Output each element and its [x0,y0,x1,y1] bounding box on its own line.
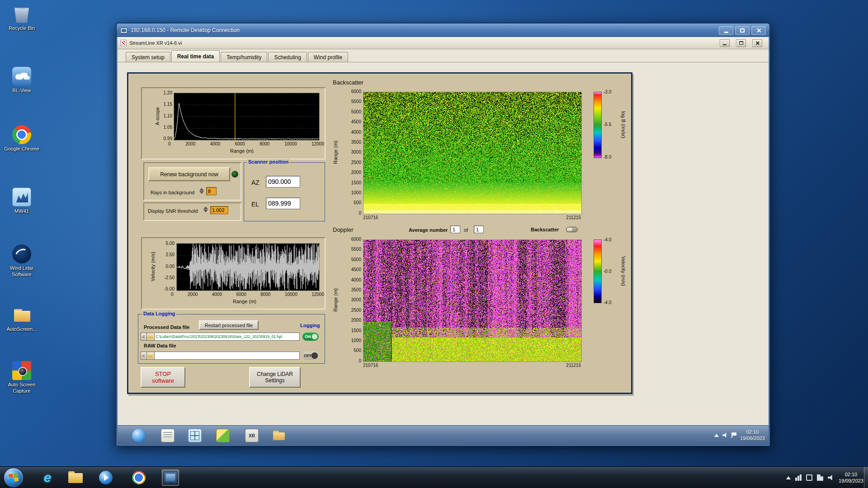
velocity-y-tick: 0.00 [166,264,175,269]
taskbar-chrome-icon[interactable] [130,469,147,486]
doppler-y-tick: 4000 [351,277,361,282]
remote-taskbar-xr-app-icon[interactable]: XR [245,429,259,442]
taskbar-internet-explorer-icon[interactable]: e [39,469,56,486]
tray-expand-icon[interactable] [786,476,791,479]
backscatter-colorbar-ticks: -3.0-5.5-8.0 [604,89,618,160]
doppler-heatmap [363,239,582,362]
doppler-y-axis-label: Range (m) [333,288,338,312]
desktop-icon-auto-screen-capture[interactable]: Auto Screen Capture [2,361,41,394]
average-total-field[interactable]: 1 [474,225,484,233]
folder-icon [68,471,83,484]
tray-volume-icon[interactable] [828,474,834,481]
desktop-icon-mw41[interactable]: MW41 [2,188,41,215]
app-close-button[interactable] [752,39,762,47]
app-restore-button[interactable] [736,39,746,47]
doppler-colorbar-label: Velocity (m/s) [621,256,626,286]
scanner-position-frame: Scanner position AZ 090.000 EL 089.999 [244,162,325,221]
snr-spinner[interactable] [203,206,208,212]
app-minimize-button[interactable] [720,39,730,47]
average-number-field[interactable]: 1 [450,225,460,233]
tray-signal-icon[interactable] [795,474,802,481]
app-titlebar[interactable]: StreamLine XR v14-6.vi [118,37,769,49]
velocity-x-tick: 4000 [212,292,222,297]
backscatter-y-axis-label: Range (m) [333,141,338,164]
tray-network-icon[interactable] [817,474,823,481]
browse-folder-icon[interactable] [147,352,155,360]
rdp-window: 192.168.0.150 - Remote Desktop Connectio… [116,23,770,446]
remote-tray-expand-icon[interactable] [714,434,719,437]
remote-action-center-icon[interactable] [731,432,736,438]
start-button[interactable] [4,468,24,488]
logging-label: Logging [300,323,320,328]
remote-taskbar-mw41-icon[interactable] [188,429,202,442]
az-value-field[interactable]: 090.000 [266,176,300,188]
backscatter-y-tick: 2000 [351,170,361,175]
folder-icon [12,305,31,324]
rdp-maximize-button[interactable] [735,26,750,35]
backscatter-doppler-toggle[interactable] [566,227,578,232]
rdp-titlebar[interactable]: 192.168.0.150 - Remote Desktop Connectio… [117,23,769,37]
remote-taskbar-folder-icon[interactable] [272,429,286,442]
ascope-x-ticks: 020004000600080001000012000 [168,141,324,146]
velocity-x-axis-label: Range (m) [233,299,256,304]
doppler-y-ticks: 6000550050004500400035003000250020001500… [341,237,361,363]
tab-system-setup[interactable]: System setup [126,52,170,62]
host-taskbar: e 02:10 19/09/2023 [0,466,868,488]
taskbar-rdp-icon-active[interactable] [162,469,179,486]
wind-lidar-icon [12,244,31,263]
remote-system-tray: 02:10 19/09/2023 [714,426,765,445]
tab-wind-profile[interactable]: Wind profile [308,52,348,62]
desktop-icon-wind-lidar[interactable]: Wind Lidar Software [2,244,41,278]
tab-real-time-data[interactable]: Real time data [171,50,220,62]
raw-data-file-path[interactable] [155,352,300,360]
rays-spinner[interactable] [199,188,204,194]
velocity-y-tick: 2.50 [166,252,175,257]
decrement-icon[interactable] [203,210,208,212]
rdp-close-button[interactable] [751,26,766,35]
remote-taskbar-maps-icon[interactable] [216,429,230,442]
restart-processed-file-button[interactable]: Restart processed file [199,320,259,330]
tab-scheduling[interactable]: Scheduling [268,52,307,62]
increment-icon[interactable] [199,188,204,191]
browse-folder-icon[interactable] [147,333,155,341]
drive-selector[interactable]: C [141,352,147,360]
backscatter-y-tick: 3500 [351,140,361,145]
taskbar-media-player-icon[interactable] [97,469,114,486]
remote-taskbar-notepad-icon[interactable] [161,429,175,442]
doppler-colorbar-tick: -0.0 [604,269,611,274]
el-value-field[interactable]: 089.999 [266,197,300,209]
renew-background-button[interactable]: Renew background now [148,167,230,181]
show-desktop-button[interactable] [864,467,868,488]
ie-icon: e [44,470,52,485]
desktop-icon-autoscreen[interactable]: AutoScreen... [2,305,41,333]
decrement-icon[interactable] [199,191,204,194]
desktop-icon-recycle-bin[interactable]: Recycle Bin [2,5,41,32]
rays-in-background-value[interactable]: 8 [206,187,217,195]
remote-clock[interactable]: 02:10 19/09/2023 [740,429,765,442]
increment-icon[interactable] [203,206,208,209]
backscatter-x-tick-end: 211215 [566,215,581,220]
backscatter-y-tick: 1500 [351,180,361,185]
processed-data-file-label: Processed Data file [144,324,190,330]
raw-logging-toggle[interactable]: OFF [302,352,319,360]
tab-temp-humidity[interactable]: Temp/humidity [221,52,267,62]
change-lidar-settings-button[interactable]: Change LiDAR Settings [249,367,301,388]
desktop-icon-bl-view[interactable]: BL-View [2,67,41,94]
remote-volume-icon[interactable] [722,432,728,438]
desktop-icon-google-chrome[interactable]: Google Chrome [2,125,41,152]
remote-taskbar-browser-icon[interactable] [132,429,146,442]
stop-software-button[interactable]: STOP software [141,367,185,388]
tray-clock[interactable]: 02:10 19/09/2023 [839,471,863,484]
scanner-position-title: Scanner position [247,159,290,164]
taskbar-explorer-icon[interactable] [67,469,84,486]
toggle-knob [311,333,318,340]
processed-logging-toggle[interactable]: ON [302,333,319,341]
drive-selector[interactable]: C [141,333,147,341]
processed-data-file-path[interactable]: C:\LidarA\Data\Proc\2023\202309\20230919… [155,333,300,341]
snr-threshold-value[interactable]: 1.002 [210,206,228,214]
raw-path-row: C [141,352,300,360]
tray-clipboard-icon[interactable] [806,474,812,481]
bl-view-icon [12,67,31,86]
doppler-y-tick: 4500 [351,267,361,272]
rdp-minimize-button[interactable] [719,26,733,35]
